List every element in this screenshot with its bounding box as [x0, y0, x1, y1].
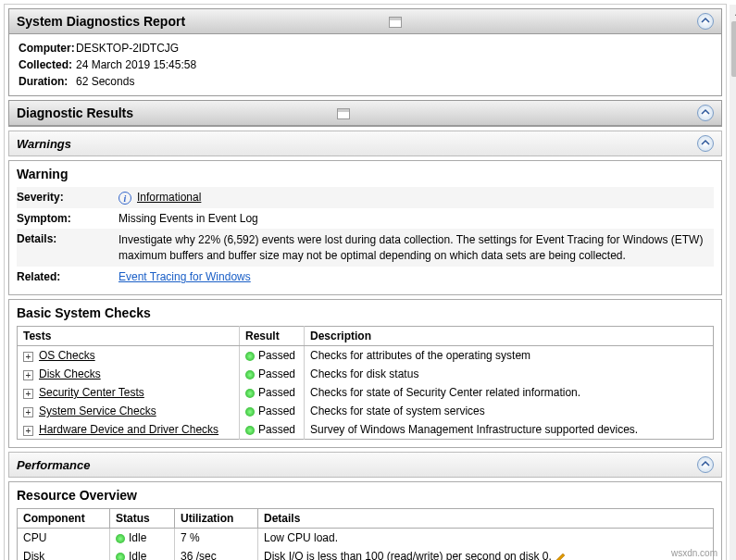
- severity-label: Severity:: [17, 189, 119, 205]
- details-label: Details:: [17, 230, 119, 247]
- diagnostic-results-panel: Diagnostic Results: [8, 100, 722, 127]
- status-dot-icon: [245, 370, 255, 380]
- result-value: Passed: [258, 367, 295, 380]
- test-name[interactable]: System Service Checks: [39, 404, 156, 417]
- table-row: +Hardware Device and Driver ChecksPassed…: [18, 420, 714, 440]
- utilization-value: 36 /sec: [175, 547, 258, 560]
- resource-title: Resource Overview: [17, 488, 714, 503]
- status-dot-icon: [245, 407, 255, 417]
- checks-table: Tests Result Description +OS ChecksPasse…: [17, 326, 714, 440]
- status-dot-icon: [116, 534, 125, 543]
- warnings-header: Warnings: [8, 131, 722, 156]
- system-diagnostics-header: System Diagnostics Report: [9, 9, 721, 34]
- warning-title: Warning: [17, 167, 714, 181]
- expand-icon[interactable]: +: [23, 407, 33, 417]
- computer-value: DESKTOP-2IDTCJG: [76, 42, 179, 55]
- collapse-button[interactable]: [697, 456, 714, 473]
- details-value: Disk I/O is less than 100 (read/write) p…: [258, 547, 714, 560]
- duration-label: Duration:: [19, 75, 76, 88]
- diagnostic-results-header: Diagnostic Results: [9, 101, 721, 126]
- test-name[interactable]: Hardware Device and Driver Checks: [39, 423, 218, 436]
- table-row: DiskIdle36 /secDisk I/O is less than 100…: [18, 547, 714, 560]
- related-link[interactable]: Event Tracing for Windows: [119, 270, 251, 283]
- section-title: Diagnostic Results: [17, 106, 133, 120]
- related-label: Related:: [17, 268, 119, 285]
- calendar-icon: [337, 106, 350, 119]
- expand-icon[interactable]: +: [23, 370, 33, 380]
- collected-label: Collected:: [19, 58, 76, 71]
- status-dot-icon: [245, 389, 255, 398]
- page-title: System Diagnostics Report: [17, 14, 185, 29]
- collapse-button[interactable]: [697, 13, 714, 30]
- resource-overview-section: Resource Overview Component Status Utili…: [8, 481, 722, 560]
- status-dot-icon: [245, 352, 255, 361]
- scroll-thumb[interactable]: [731, 21, 736, 77]
- duration-value: 62 Seconds: [76, 75, 134, 88]
- status-dot-icon: [116, 553, 125, 560]
- component-name: CPU: [18, 529, 110, 548]
- basic-checks-section: Basic System Checks Tests Result Descrip…: [8, 299, 722, 448]
- status-value: Idle: [129, 550, 146, 560]
- symptom-label: Symptom:: [17, 210, 119, 227]
- result-value: Passed: [258, 423, 295, 436]
- col-component: Component: [18, 509, 110, 529]
- warning-section: Warning Severity: iInformational Symptom…: [8, 160, 722, 295]
- test-description: Checks for attributes of the operating s…: [305, 346, 714, 366]
- col-status: Status: [110, 509, 175, 529]
- status-value: Idle: [129, 531, 146, 544]
- test-description: Checks for state of Security Center rela…: [305, 383, 714, 402]
- info-icon: i: [119, 192, 131, 205]
- table-row: +System Service ChecksPassedChecks for s…: [18, 402, 714, 420]
- test-description: Checks for disk status: [305, 365, 714, 383]
- test-name[interactable]: Disk Checks: [39, 367, 101, 380]
- test-description: Checks for state of system services: [305, 402, 714, 420]
- table-row: +Disk ChecksPassedChecks for disk status: [18, 365, 714, 383]
- expand-icon[interactable]: +: [23, 426, 33, 436]
- table-row: +OS ChecksPassedChecks for attributes of…: [18, 346, 714, 366]
- result-value: Passed: [258, 349, 295, 362]
- details-value: Investigate why 22% (6,592) events were …: [119, 230, 714, 266]
- performance-header: Performance: [8, 452, 722, 478]
- vertical-scrollbar[interactable]: ▴: [730, 5, 736, 560]
- status-dot-icon: [245, 426, 255, 435]
- details-value: Low CPU load.: [258, 529, 714, 548]
- col-description: Description: [305, 327, 714, 346]
- col-tests: Tests: [18, 327, 240, 346]
- table-row: +Security Center TestsPassedChecks for s…: [18, 383, 714, 402]
- severity-value: iInformational: [119, 189, 714, 206]
- collapse-button[interactable]: [697, 135, 714, 152]
- edit-icon[interactable]: [555, 552, 567, 560]
- test-description: Survey of Windows Management Infrastruct…: [305, 420, 714, 440]
- test-name[interactable]: OS Checks: [39, 349, 95, 362]
- result-value: Passed: [258, 386, 295, 399]
- table-row: CPUIdle7 %Low CPU load.: [18, 529, 714, 548]
- test-name[interactable]: Security Center Tests: [39, 386, 144, 399]
- computer-label: Computer:: [19, 42, 76, 55]
- result-value: Passed: [258, 404, 295, 417]
- utilization-value: 7 %: [175, 529, 258, 548]
- report-info: Computer:DESKTOP-2IDTCJG Collected:24 Ma…: [9, 34, 721, 95]
- subsection-title: Warnings: [17, 137, 71, 151]
- resource-table: Component Status Utilization Details CPU…: [17, 508, 714, 560]
- expand-icon[interactable]: +: [23, 352, 33, 362]
- watermark: wsxdn.com: [671, 548, 717, 558]
- col-result: Result: [240, 327, 305, 346]
- basic-checks-title: Basic System Checks: [17, 305, 714, 320]
- symptom-value: Missing Events in Event Log: [119, 210, 714, 227]
- component-name: Disk: [18, 547, 110, 560]
- system-diagnostics-panel: System Diagnostics Report Computer:DESKT…: [8, 8, 722, 96]
- collapse-button[interactable]: [697, 105, 714, 121]
- subsection-title: Performance: [17, 458, 90, 472]
- col-utilization: Utilization: [175, 509, 258, 529]
- collected-value: 24 March 2019 15:45:58: [76, 58, 196, 71]
- scroll-up-icon[interactable]: ▴: [730, 5, 736, 19]
- calendar-icon: [389, 15, 402, 28]
- col-details: Details: [258, 509, 714, 529]
- expand-icon[interactable]: +: [23, 389, 33, 399]
